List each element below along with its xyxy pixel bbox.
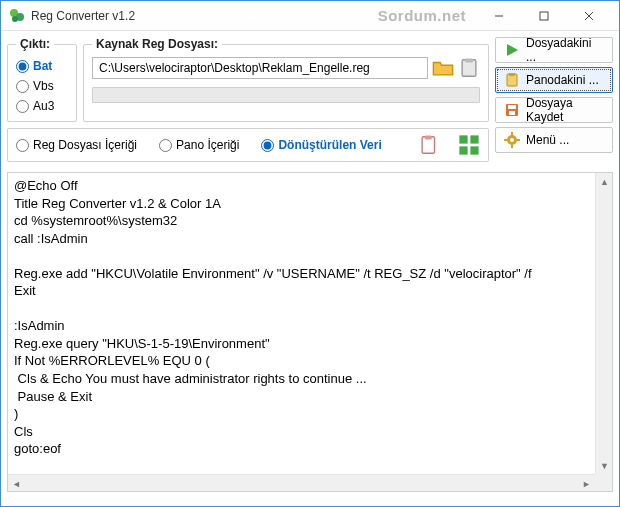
svg-rect-17 [509,73,515,76]
scroll-up-icon[interactable]: ▲ [596,173,613,190]
svg-rect-19 [508,105,516,109]
save-disk-icon [504,102,520,118]
svg-rect-10 [425,135,432,139]
svg-point-2 [12,16,18,22]
brand-label: Sordum.net [378,7,466,24]
radio-clipboard-content[interactable]: Pano İçeriği [159,138,239,152]
output-legend: Çıktı: [16,37,54,51]
radio-au3[interactable]: Au3 [16,99,68,113]
scrollbar-corner [595,474,612,491]
menu-button[interactable]: Menü ... [495,127,613,153]
radio-vbs[interactable]: Vbs [16,79,68,93]
convert-from-file-button[interactable]: Dosyadakini ... [495,37,613,63]
radio-reg-content[interactable]: Reg Dosyası İçeriği [16,138,137,152]
maximize-button[interactable] [521,1,566,30]
svg-rect-14 [470,146,478,154]
radio-bat[interactable]: Bat [16,59,68,73]
source-path-input[interactable] [92,57,428,79]
scroll-left-icon[interactable]: ◄ [8,475,25,492]
save-to-file-button[interactable]: Dosyaya Kaydet [495,97,613,123]
svg-marker-15 [507,44,518,56]
horizontal-scrollbar[interactable]: ◄ ► [8,474,595,491]
source-legend: Kaynak Reg Dosyası: [92,37,222,51]
svg-rect-11 [459,135,467,143]
view-mode-bar: Reg Dosyası İçeriği Pano İçeriği Dönüştü… [7,128,489,162]
output-format-group: Çıktı: Bat Vbs Au3 [7,37,77,122]
folder-open-icon [432,57,454,79]
svg-rect-12 [470,135,478,143]
browse-button[interactable] [432,57,454,79]
close-button[interactable] [566,1,611,30]
app-icon [9,8,25,24]
scroll-down-icon[interactable]: ▼ [596,457,613,474]
output-text[interactable]: @Echo Off Title Reg Converter v1.2 & Col… [8,173,612,462]
grid-play-icon [458,134,480,156]
svg-point-22 [510,138,514,142]
window-title: Reg Converter v1.2 [31,9,135,23]
source-file-group: Kaynak Reg Dosyası: [83,37,489,122]
minimize-button[interactable] [476,1,521,30]
run-button[interactable] [458,134,480,156]
clipboard-copy-icon [418,134,440,156]
svg-rect-20 [509,111,515,115]
paste-button[interactable] [458,57,480,79]
vertical-scrollbar[interactable]: ▲ ▼ [595,173,612,474]
svg-rect-8 [465,58,473,62]
scroll-right-icon[interactable]: ► [578,475,595,492]
clipboard-yellow-icon [504,72,520,88]
convert-from-clipboard-button[interactable]: Panodakini ... [495,67,613,93]
output-area: @Echo Off Title Reg Converter v1.2 & Col… [7,172,613,492]
copy-button[interactable] [418,134,440,156]
radio-converted-data[interactable]: Dönüştürülen Veri [261,138,381,152]
play-green-icon [504,42,520,58]
gear-icon [504,132,520,148]
clipboard-icon [458,57,480,79]
svg-rect-4 [540,12,548,20]
svg-rect-13 [459,146,467,154]
titlebar: Reg Converter v1.2 Sordum.net [1,1,619,31]
progress-bar [92,87,480,103]
